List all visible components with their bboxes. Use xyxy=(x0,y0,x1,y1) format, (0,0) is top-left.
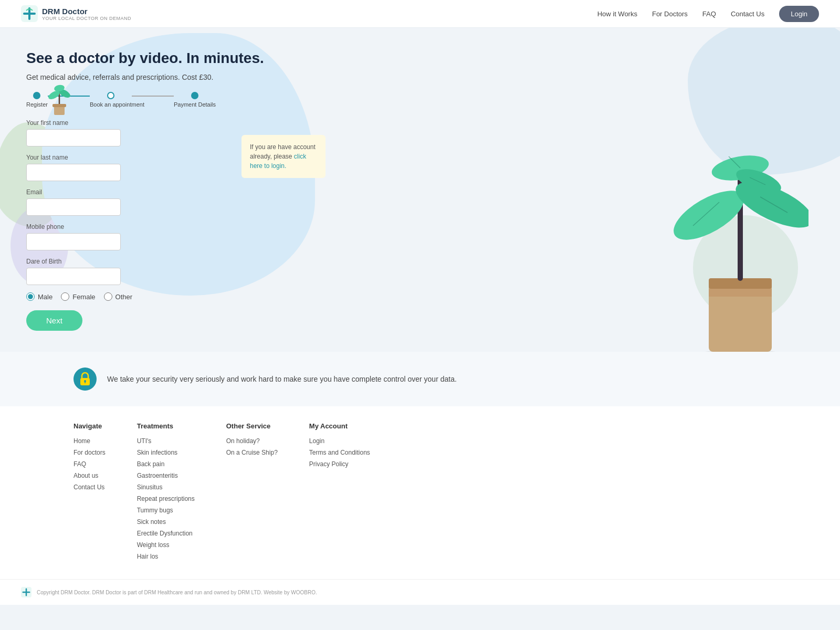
gender-other[interactable]: Other xyxy=(104,292,133,301)
last-name-group: Your last name xyxy=(26,154,231,181)
header: DRM Doctor YOUR LOCAL DOCTOR ON DEMAND H… xyxy=(0,0,840,28)
phone-label: Mobile phone xyxy=(26,223,231,230)
footer-link[interactable]: Back pain xyxy=(137,460,165,468)
footer-link-item: FAQ xyxy=(74,459,106,468)
footer-link[interactable]: Weight loss xyxy=(137,541,170,549)
gender-male-label: Male xyxy=(38,293,52,301)
email-input[interactable] xyxy=(26,198,121,216)
form-fields: Your first name Your last name Email Mob… xyxy=(26,119,231,331)
nav-faq[interactable]: FAQ xyxy=(702,10,716,18)
gender-male-radio[interactable] xyxy=(26,292,35,301)
left-column: See a doctor by video. In minutes. Get m… xyxy=(0,28,326,352)
footer-nav: NavigateHomeFor doctorsFAQAbout usContac… xyxy=(0,406,840,579)
footer-link[interactable]: Repeat prescriptions xyxy=(137,495,195,502)
logo-text: DRM Doctor YOUR LOCAL DOCTOR ON DEMAND xyxy=(42,7,131,21)
logo-subtitle: YOUR LOCAL DOCTOR ON DEMAND xyxy=(42,16,131,21)
footer-link[interactable]: Login xyxy=(309,437,324,445)
gender-female-label: Female xyxy=(72,293,95,301)
gender-other-radio[interactable] xyxy=(104,292,112,301)
logo: DRM Doctor YOUR LOCAL DOCTOR ON DEMAND xyxy=(21,5,131,22)
first-name-input[interactable] xyxy=(26,129,121,146)
main-nav: How it Works For Doctors FAQ Contact Us … xyxy=(597,6,819,22)
plant-large xyxy=(672,100,788,352)
gender-other-label: Other xyxy=(116,293,133,301)
footer-link[interactable]: About us xyxy=(74,472,98,479)
footer-link[interactable]: For doctors xyxy=(74,449,106,456)
gender-female-radio[interactable] xyxy=(61,292,69,301)
footer-link-item: Skin infections xyxy=(137,448,195,456)
footer-link-item: Tummy bugs xyxy=(137,506,195,514)
footer-link-item: About us xyxy=(74,471,106,479)
svg-rect-2 xyxy=(52,104,66,107)
footer-logo-icon xyxy=(21,587,32,597)
footer-link-item: Home xyxy=(74,436,106,445)
dob-input[interactable] xyxy=(26,268,121,285)
next-button[interactable]: Next xyxy=(26,310,82,331)
footer-col-other-service: Other ServiceOn holiday?On a Cruise Ship… xyxy=(226,422,278,563)
footer-link-item: UTI's xyxy=(137,436,195,445)
footer-link-item: Erectile Dysfunction xyxy=(137,529,195,537)
footer-link-item: On holiday? xyxy=(226,436,278,445)
last-name-label: Your last name xyxy=(26,154,231,161)
footer-link-item: Privacy Policy xyxy=(309,459,370,468)
footer-link[interactable]: Sick notes xyxy=(137,518,166,526)
footer-link[interactable]: Gastroenteritis xyxy=(137,472,178,479)
logo-icon xyxy=(21,5,38,22)
footer-link-item: Terms and Conditions xyxy=(309,448,370,456)
first-name-group: Your first name xyxy=(26,119,231,146)
nav-contact-us[interactable]: Contact Us xyxy=(731,10,764,18)
footer-link[interactable]: Tummy bugs xyxy=(137,507,173,514)
footer-col-heading: Other Service xyxy=(226,422,278,430)
plant-small xyxy=(45,75,74,119)
gender-female[interactable]: Female xyxy=(61,292,95,301)
dob-label: Dare of Birth xyxy=(26,258,231,265)
footer-link[interactable]: Sinusitus xyxy=(137,484,163,491)
dob-group: Dare of Birth xyxy=(26,258,231,285)
login-button[interactable]: Login xyxy=(779,6,819,22)
account-box: If you are have account already, please … xyxy=(242,135,326,178)
step-1-dot xyxy=(33,92,40,99)
gender-male[interactable]: Male xyxy=(26,292,52,301)
footer-link[interactable]: FAQ xyxy=(74,460,86,468)
step-3-label: Payment Details xyxy=(174,101,216,108)
footer-link[interactable]: Erectile Dysfunction xyxy=(137,530,193,537)
phone-group: Mobile phone xyxy=(26,223,231,250)
lock-icon xyxy=(74,368,97,391)
email-label: Email xyxy=(26,188,231,196)
nav-for-doctors[interactable]: For Doctors xyxy=(652,10,688,18)
footer-link[interactable]: Home xyxy=(74,437,90,445)
footer-link-item: Repeat prescriptions xyxy=(137,494,195,502)
footer-link[interactable]: Contact Us xyxy=(74,484,104,491)
registration-form-area: Your first name Your last name Email Mob… xyxy=(26,119,326,331)
footer-link-item: Sick notes xyxy=(137,517,195,526)
nav-how-it-works[interactable]: How it Works xyxy=(597,10,637,18)
footer-link-item: Gastroenteritis xyxy=(137,471,195,479)
footer-link[interactable]: Hair los xyxy=(137,553,159,560)
footer-link[interactable]: On a Cruise Ship? xyxy=(226,449,278,456)
footer-col-treatments: TreatmentsUTI'sSkin infectionsBack painG… xyxy=(137,422,195,563)
footer-link[interactable]: Skin infections xyxy=(137,449,177,456)
footer-link[interactable]: On holiday? xyxy=(226,437,260,445)
footer-link-item: Back pain xyxy=(137,459,195,468)
step-2-label: Book an appointment xyxy=(90,101,132,108)
step-3-dot xyxy=(191,92,198,99)
footer-link-item: Sinusitus xyxy=(137,482,195,491)
right-column xyxy=(326,28,840,352)
footer-link-item: For doctors xyxy=(74,448,106,456)
logo-title: DRM Doctor xyxy=(42,7,131,16)
first-name-label: Your first name xyxy=(26,119,231,127)
footer-link[interactable]: Privacy Policy xyxy=(309,460,349,468)
footer-link-item: Weight loss xyxy=(137,540,195,549)
email-group: Email xyxy=(26,188,231,216)
footer-link[interactable]: UTI's xyxy=(137,437,152,445)
hero-title: See a doctor by video. In minutes. xyxy=(26,49,326,68)
last-name-input[interactable] xyxy=(26,164,121,181)
security-text: We take your security very seriously and… xyxy=(107,373,457,385)
step-connector-2 xyxy=(132,96,174,97)
footer-link-item: On a Cruise Ship? xyxy=(226,448,278,456)
security-section: We take your security very seriously and… xyxy=(0,352,840,406)
footer-link-item: Hair los xyxy=(137,552,195,560)
step-2-dot xyxy=(107,92,114,99)
footer-link[interactable]: Terms and Conditions xyxy=(309,449,370,456)
phone-input[interactable] xyxy=(26,233,121,250)
